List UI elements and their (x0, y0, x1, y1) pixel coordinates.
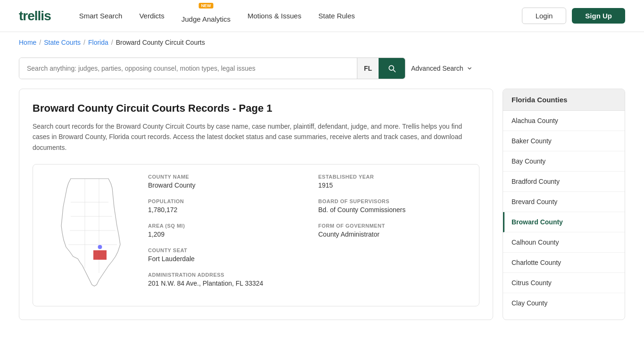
chevron-down-icon (466, 65, 473, 72)
search-bar: FL (19, 58, 405, 79)
form-label: FORM OF GOVERNMENT (318, 223, 470, 229)
sidebar-item-charlotte[interactable]: Charlotte County (503, 253, 625, 273)
sidebar-item-bradford[interactable]: Bradford County (503, 172, 625, 192)
info-col-left: COUNTY NAME Broward County POPULATION 1,… (148, 174, 299, 296)
info-columns: COUNTY NAME Broward County POPULATION 1,… (148, 174, 470, 296)
form-group: FORM OF GOVERNMENT County Administrator (318, 223, 470, 238)
population-value: 1,780,172 (148, 206, 299, 214)
breadcrumb-state-courts[interactable]: State Courts (44, 39, 81, 46)
breadcrumb-sep-1: / (39, 39, 41, 46)
sidebar-item-calhoun[interactable]: Calhoun County (503, 232, 625, 253)
sidebar-item-alachua[interactable]: Alachua County (503, 111, 625, 131)
area-label: AREA (SQ MI) (148, 223, 299, 229)
seat-value: Fort Lauderdale (148, 255, 299, 263)
page-title: Broward County Circuit Courts Records - … (33, 102, 479, 115)
population-label: POPULATION (148, 198, 299, 204)
nav-state-rules[interactable]: State Rules (318, 12, 355, 20)
svg-point-7 (98, 245, 102, 249)
sidebar-item-citrus[interactable]: Citrus County (503, 273, 625, 293)
nav-verdicts[interactable]: Verdicts (139, 12, 164, 20)
address-group: ADMINISTRATION ADDRESS 201 N.W. 84 Ave.,… (148, 272, 299, 287)
breadcrumb-sep-3: / (111, 39, 113, 46)
breadcrumb: Home / State Courts / Florida / Broward … (0, 32, 644, 53)
breadcrumb-home[interactable]: Home (19, 39, 36, 46)
board-value: Bd. of County Commissioners (318, 206, 470, 214)
header: trellis Smart Search Verdicts NEW Judge … (0, 0, 644, 32)
logo: trellis (19, 8, 51, 24)
board-label: BOARD OF SUPERVISORS (318, 198, 470, 204)
nav-motions-issues[interactable]: Motions & Issues (248, 12, 301, 20)
florida-map (42, 174, 137, 287)
signup-button[interactable]: Sign Up (572, 8, 625, 24)
search-input[interactable] (19, 58, 357, 79)
form-value: County Administrator (318, 230, 470, 238)
board-group: BOARD OF SUPERVISORS Bd. of County Commi… (318, 198, 470, 214)
info-col-right: ESTABLISHED YEAR 1915 BOARD OF SUPERVISO… (318, 174, 470, 296)
established-value: 1915 (318, 181, 470, 189)
seat-label: COUNTY SEAT (148, 247, 299, 253)
info-card: COUNTY NAME Broward County POPULATION 1,… (33, 164, 479, 306)
advanced-search-toggle[interactable]: Advanced Search (411, 65, 473, 72)
nav-judge-analytics[interactable]: NEW Judge Analytics (182, 8, 231, 23)
address-label: ADMINISTRATION ADDRESS (148, 272, 299, 278)
map-container (42, 174, 137, 296)
sidebar-item-clay[interactable]: Clay County (503, 293, 625, 313)
population-group: POPULATION 1,780,172 (148, 198, 299, 214)
breadcrumb-current: Broward County Circuit Courts (116, 39, 205, 46)
search-button[interactable] (379, 58, 405, 79)
established-group: ESTABLISHED YEAR 1915 (318, 174, 470, 189)
main-layout: Broward County Circuit Courts Records - … (0, 89, 644, 339)
county-name-label: COUNTY NAME (148, 174, 299, 180)
county-name-value: Broward County (148, 181, 299, 189)
search-icon (387, 64, 396, 73)
header-actions: Login Sign Up (522, 8, 625, 24)
area-value: 1,209 (148, 230, 299, 238)
established-label: ESTABLISHED YEAR (318, 174, 470, 180)
login-button[interactable]: Login (522, 8, 567, 24)
address-value: 201 N.W. 84 Ave., Plantation, FL 33324 (148, 280, 299, 287)
nav-smart-search[interactable]: Smart Search (79, 12, 123, 20)
sidebar: Florida Counties Alachua County Baker Co… (503, 89, 625, 320)
search-state-code: FL (357, 58, 379, 79)
area-group: AREA (SQ MI) 1,209 (148, 223, 299, 238)
sidebar-item-brevard[interactable]: Brevard County (503, 192, 625, 212)
seat-group: COUNTY SEAT Fort Lauderdale (148, 247, 299, 263)
svg-rect-6 (93, 250, 107, 260)
sidebar-header: Florida Counties (503, 89, 625, 111)
main-nav: Smart Search Verdicts NEW Judge Analytic… (79, 8, 522, 23)
page-description: Search court records for the Broward Cou… (33, 121, 479, 153)
county-name-group: COUNTY NAME Broward County (148, 174, 299, 189)
sidebar-item-baker[interactable]: Baker County (503, 131, 625, 151)
search-section: FL Advanced Search (0, 53, 644, 89)
content-area: Broward County Circuit Courts Records - … (19, 89, 493, 320)
sidebar-item-bay[interactable]: Bay County (503, 151, 625, 172)
breadcrumb-sep-2: / (83, 39, 85, 46)
breadcrumb-florida[interactable]: Florida (88, 39, 108, 46)
new-badge: NEW (198, 3, 213, 8)
sidebar-item-broward[interactable]: Broward County (503, 212, 625, 232)
